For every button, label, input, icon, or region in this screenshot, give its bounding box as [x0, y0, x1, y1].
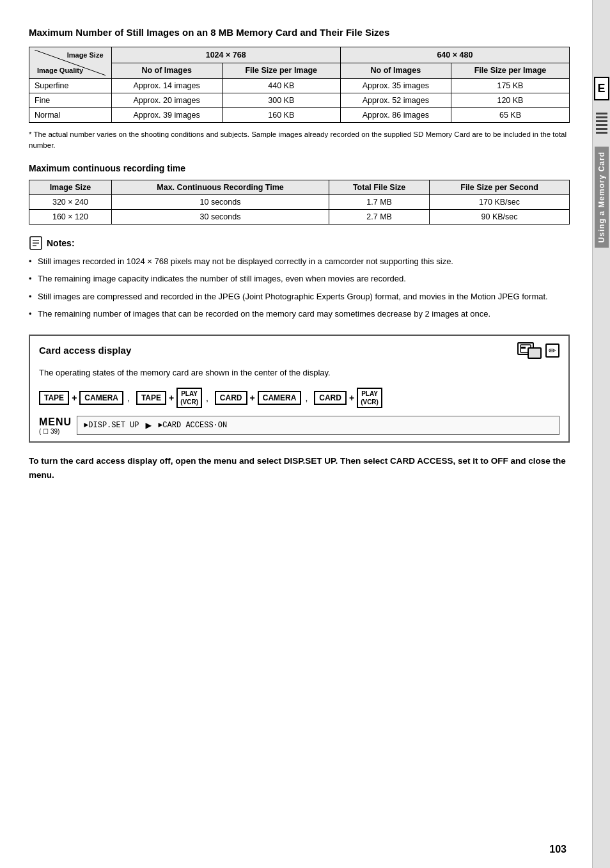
note-item: Still images are compressed and recorded… [29, 290, 570, 303]
sub-col4: File Size per Image [451, 63, 569, 79]
notes-section: Notes: Still images recorded in 1024 × 7… [29, 236, 570, 320]
page-number: 103 [549, 844, 567, 855]
sidebar-lines [596, 113, 607, 134]
card-btn-2: CARD [314, 391, 347, 405]
corner-image-size: Image Size [67, 51, 104, 59]
col2-header: 640 × 480 [340, 47, 569, 63]
camera-btn-1: CAMERA [79, 391, 123, 405]
table1-row: Fine Approx. 20 images 300 KB Approx. 52… [29, 93, 570, 108]
table2-row: 160 × 120 30 seconds 2.7 MB 90 KB/sec [29, 209, 570, 224]
sub-col1: No of Images [111, 63, 222, 79]
corner-image-quality: Image Quality [37, 67, 83, 74]
menu-row: MENU ( ☐ 39) ►DISP.SET UP ▶ ►CARD ACCESS… [39, 416, 559, 435]
card-access-title: Card access display [39, 345, 131, 356]
display-groups-row: TAPE + CAMERA , TAPE + PLAY(VCR) , CARD … [39, 388, 559, 408]
tab-letter: E [594, 77, 609, 100]
card-overlap-icon [517, 342, 542, 359]
play-vcr-btn-2: PLAY(VCR) [357, 388, 382, 408]
note-item: Still images recorded in 1024 × 768 pixe… [29, 255, 570, 268]
card-access-seq: ►CARD ACCESS·ON [158, 421, 227, 430]
t2-col3: Total File Size [329, 180, 430, 194]
notes-icon [29, 236, 43, 250]
table2-row: 320 × 240 10 seconds 1.7 MB 170 KB/sec [29, 194, 570, 209]
note-item: The remaining image capacity indicates t… [29, 272, 570, 285]
play-vcr-btn-1: PLAY(VCR) [176, 388, 202, 408]
card-btn-1: CARD [215, 391, 247, 405]
table1-row: Normal Approx. 39 images 160 KB Approx. … [29, 108, 570, 123]
menu-display-box: ►DISP.SET UP ▶ ►CARD ACCESS·ON [77, 416, 559, 435]
still-images-table: Image Size Image Quality 1024 × 768 640 … [29, 47, 570, 123]
tape-btn-2: TAPE [136, 391, 166, 405]
notes-header-text: Notes: [47, 238, 75, 248]
sidebar-text: Using a Memory Card [595, 146, 609, 248]
recording-time-table: Image Size Max. Continuous Recording Tim… [29, 180, 570, 225]
pencil-icon: ✏ [545, 343, 559, 358]
bold-instruction: To turn the card access display off, ope… [29, 454, 570, 482]
footnote1: * The actual number varies on the shooti… [29, 129, 570, 152]
section1-title: Maximum Number of Still Images on an 8 M… [29, 26, 570, 39]
t2-col1: Image Size [29, 180, 112, 194]
operating-states-text: The operating states of the memory card … [39, 367, 559, 379]
svg-rect-6 [521, 347, 526, 349]
sub-col3: No of Images [340, 63, 451, 79]
menu-disp-seq: ►DISP.SET UP [84, 421, 139, 430]
menu-diag-arrow: ▶ [146, 419, 152, 432]
sub-col2: File Size per Image [222, 63, 340, 79]
note-item: The remaining number of images that can … [29, 308, 570, 320]
t2-col2: Max. Continuous Recording Time [111, 180, 329, 194]
table1-row: Superfine Approx. 14 images 440 KB Appro… [29, 79, 570, 93]
camera-btn-2: CAMERA [258, 391, 302, 405]
t2-col4: File Size per Second [430, 180, 570, 194]
tape-btn-1: TAPE [39, 391, 69, 405]
menu-label: MENU [39, 416, 72, 428]
col1-header: 1024 × 768 [111, 47, 340, 63]
card-access-section: Card access display ✏ [29, 335, 570, 443]
section2-title: Maximum continuous recording time [29, 163, 570, 173]
menu-page-ref: ( ☐ 39) [39, 428, 59, 435]
right-sidebar: E Using a Memory Card [592, 0, 610, 868]
